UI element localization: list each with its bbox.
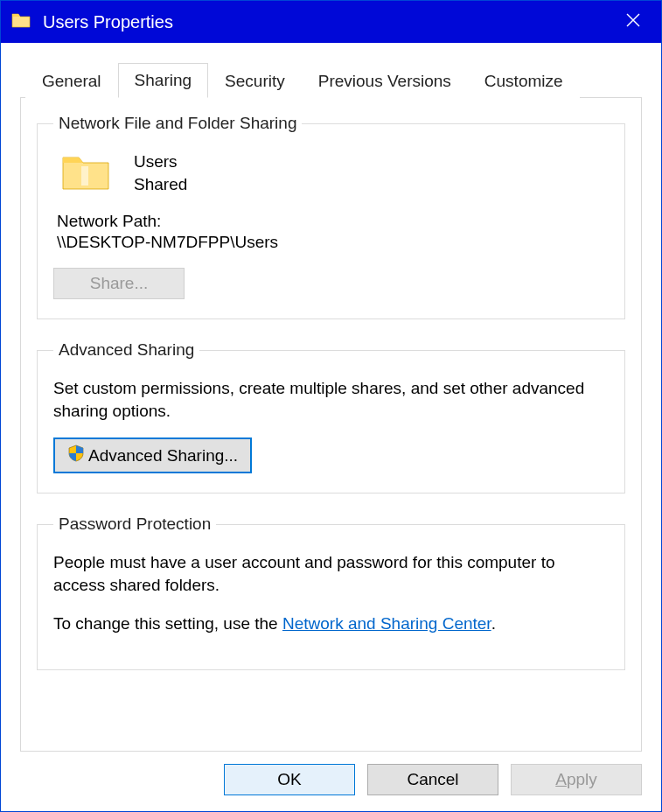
- tab-strip: General Sharing Security Previous Versio…: [20, 62, 642, 97]
- tab-panel-sharing: Network File and Folder Sharing Users Sh…: [20, 97, 642, 752]
- apply-button: Apply: [511, 764, 642, 795]
- network-path-value: \\DESKTOP-NM7DFPP\Users: [57, 233, 609, 252]
- dialog-footer: OK Cancel Apply: [1, 752, 661, 811]
- shield-icon: [67, 444, 85, 466]
- folder-info-row: Users Shared: [60, 150, 609, 196]
- titlebar: Users Properties: [1, 1, 661, 43]
- advanced-desc: Set custom permissions, create multiple …: [53, 377, 609, 422]
- network-path-label: Network Path:: [57, 212, 609, 231]
- group-advanced-legend: Advanced Sharing: [53, 340, 199, 360]
- network-sharing-center-link[interactable]: Network and Sharing Center: [282, 614, 491, 633]
- password-desc-2: To change this setting, use the Network …: [53, 612, 609, 635]
- advanced-sharing-button-label: Advanced Sharing...: [88, 446, 238, 466]
- tab-customize[interactable]: Customize: [468, 64, 580, 98]
- password-desc-1: People must have a user account and pass…: [53, 551, 609, 596]
- group-network-legend: Network File and Folder Sharing: [53, 114, 302, 133]
- folder-large-icon: [60, 150, 111, 196]
- group-password-legend: Password Protection: [53, 514, 216, 534]
- close-icon: [625, 12, 641, 28]
- group-network-sharing: Network File and Folder Sharing Users Sh…: [37, 114, 625, 319]
- content-area: General Sharing Security Previous Versio…: [1, 43, 661, 752]
- tab-general[interactable]: General: [25, 64, 118, 98]
- ok-button[interactable]: OK: [224, 764, 355, 795]
- advanced-sharing-button[interactable]: Advanced Sharing...: [53, 438, 252, 473]
- cancel-button[interactable]: Cancel: [367, 764, 498, 795]
- close-button[interactable]: [616, 12, 651, 32]
- folder-name: Users: [134, 150, 187, 173]
- share-status: Shared: [134, 173, 187, 196]
- tab-sharing[interactable]: Sharing: [118, 63, 209, 98]
- tab-security[interactable]: Security: [208, 64, 302, 98]
- group-advanced-sharing: Advanced Sharing Set custom permissions,…: [37, 340, 625, 494]
- tab-previous-versions[interactable]: Previous Versions: [302, 64, 468, 98]
- folder-icon: [11, 11, 31, 32]
- share-button: Share...: [53, 268, 185, 299]
- group-password-protection: Password Protection People must have a u…: [37, 514, 625, 670]
- window-title: Users Properties: [43, 12, 616, 32]
- properties-dialog: Users Properties General Sharing Securit…: [0, 0, 662, 812]
- svg-rect-2: [81, 166, 88, 186]
